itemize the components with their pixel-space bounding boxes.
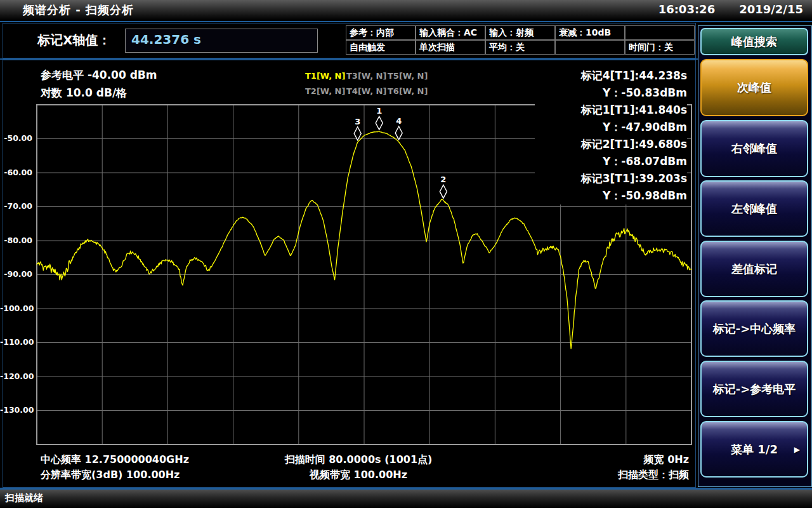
marker3-x-readout: 标记3[T1]:39.203s xyxy=(535,170,687,187)
trace-label-t1: T1[W, N] xyxy=(305,71,346,81)
softkey-header-peak-search: 峰值搜索 xyxy=(700,28,808,55)
softkey-next-peak[interactable]: 次峰值 xyxy=(700,59,808,116)
softkey-marker-to-ref-level[interactable]: 标记->参考电平 xyxy=(700,361,808,417)
center-freq-text: 中心频率 12.750000040GHz xyxy=(41,452,189,467)
trace-label-t3: T3[W, N] xyxy=(346,71,388,81)
menu-right-arrow-icon: ▶ xyxy=(794,445,800,454)
menu-page-label: 菜单 1/2 xyxy=(731,442,778,457)
marker2-x-readout: 标记2[T1]:49.680s xyxy=(535,136,687,153)
span-text: 频宽 0Hz xyxy=(527,452,689,467)
sweep-status-text: 扫描就绪 xyxy=(5,492,43,504)
sweep-time-text: 扫描时间 80.0000s (1001点) xyxy=(209,452,508,467)
y-tick-label: -90.00 xyxy=(0,269,32,279)
y-tick-label: -110.00 xyxy=(0,337,32,347)
marker4-y-readout: Y：-50.83dBm xyxy=(535,84,687,102)
svg-text:3: 3 xyxy=(355,117,360,126)
trace-status-labels: T1[W, N] T3[W, N] T5[W, N] T2[W, N] T4[W… xyxy=(305,71,429,96)
sweep-info-center: 扫描时间 80.0000s (1001点) 视频带宽 100.00Hz xyxy=(209,452,508,483)
trace-label-t5: T5[W, N] xyxy=(388,71,429,81)
ref-level-text: 参考电平 -40.00 dBm xyxy=(41,66,157,84)
ref-level-block: 参考电平 -40.00 dBm 对数 10.0 dB/格 xyxy=(41,66,157,102)
marker-readouts: 标记4[T1]:44.238s Y：-50.83dBm 标记1[T1]:41.8… xyxy=(535,67,687,204)
svg-text:2: 2 xyxy=(440,175,446,184)
sweep-info-left: 中心频率 12.750000040GHz 分辨率带宽(3dB) 100.00Hz xyxy=(41,452,189,483)
softkey-menu-page[interactable]: 菜单 1/2 ▶ xyxy=(700,421,808,478)
marker1-y-readout: Y：-47.90dBm xyxy=(535,119,687,136)
y-tick-label: -100.00 xyxy=(0,304,32,313)
svg-text:4: 4 xyxy=(396,116,402,126)
y-tick-label: -80.00 xyxy=(0,236,32,245)
marker1-x-readout: 标记1[T1]:41.840s xyxy=(535,102,687,119)
softkey-next-peak-right[interactable]: 右邻峰值 xyxy=(700,120,808,177)
trace-label-t6: T6[W, N] xyxy=(388,86,429,96)
trace-label-t4: T4[W, N] xyxy=(346,86,388,96)
rbw-text: 分辨率带宽(3dB) 100.00Hz xyxy=(41,467,189,483)
marker2-y-readout: Y：-68.07dBm xyxy=(535,153,687,170)
trace-label-t2: T2[W, N] xyxy=(305,86,346,96)
y-tick-label: -120.00 xyxy=(0,371,32,381)
y-tick-label: -130.00 xyxy=(0,405,32,415)
marker4-x-readout: 标记4[T1]:44.238s xyxy=(535,67,687,84)
svg-text:1: 1 xyxy=(376,106,382,116)
sweep-type-text: 扫描类型：扫频 xyxy=(527,467,689,483)
scale-text: 对数 10.0 dB/格 xyxy=(41,84,157,102)
softkey-panel: 峰值搜索 次峰值 右邻峰值 左邻峰值 差值标记 标记->中心频率 标记->参考电… xyxy=(698,25,812,487)
y-tick-label: -70.00 xyxy=(0,201,32,211)
marker3-y-readout: Y：-50.98dBm xyxy=(535,187,687,204)
y-tick-label: -50.00 xyxy=(0,133,32,143)
sweep-info-right: 频宽 0Hz 扫描类型：扫频 xyxy=(527,452,689,483)
softkey-marker-to-center-freq[interactable]: 标记->中心频率 xyxy=(700,300,808,357)
y-tick-label: -60.00 xyxy=(0,168,32,177)
vbw-text: 视频带宽 100.00Hz xyxy=(209,467,508,483)
status-bar: 扫描就绪 xyxy=(0,490,812,508)
softkey-next-peak-left[interactable]: 左邻峰值 xyxy=(700,180,808,237)
softkey-delta-marker[interactable]: 差值标记 xyxy=(700,241,808,297)
